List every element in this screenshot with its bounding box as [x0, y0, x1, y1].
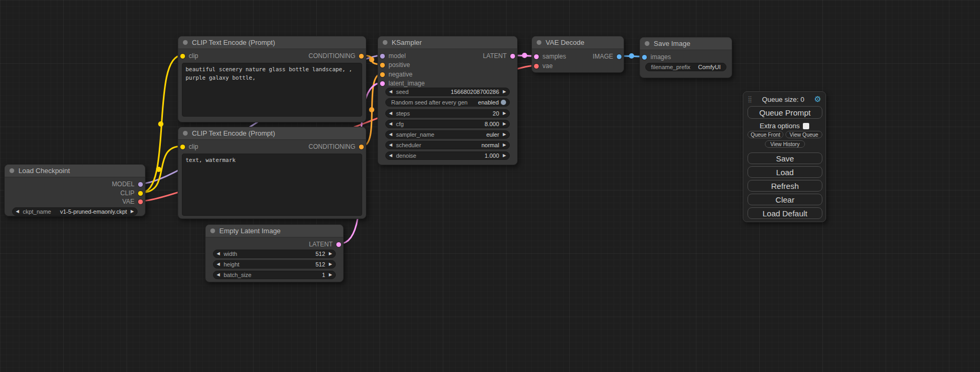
decrement-arrow-icon[interactable]: ◀ — [389, 90, 392, 94]
increment-arrow-icon[interactable]: ▶ — [503, 143, 506, 147]
load-default-button[interactable]: Load Default — [748, 207, 822, 219]
node-title: KSampler — [392, 39, 422, 46]
drag-handle-icon[interactable]: ⣿ — [748, 96, 752, 103]
settings-gear-icon[interactable]: ⚙ — [814, 96, 821, 103]
port-conditioning-output[interactable] — [359, 54, 364, 59]
port-latent-output[interactable] — [336, 242, 341, 247]
increment-arrow-icon[interactable]: ▶ — [503, 132, 506, 137]
decrement-arrow-icon[interactable]: ◀ — [389, 122, 392, 126]
node-title-bar[interactable]: Save Image — [640, 37, 732, 50]
decrement-arrow-icon[interactable]: ◀ — [217, 262, 220, 266]
widget-value: 20 — [493, 110, 499, 117]
port-model-input[interactable] — [380, 54, 385, 59]
port-clip-input[interactable] — [180, 145, 185, 149]
widget-batch-size[interactable]: ◀ batch_size 1 ▶ — [213, 271, 336, 279]
queue-prompt-button[interactable]: Queue Prompt — [748, 106, 822, 119]
decrement-arrow-icon[interactable]: ◀ — [389, 143, 392, 147]
slot-images-input: images — [642, 53, 671, 61]
port-latent-image-input[interactable] — [380, 81, 385, 86]
port-clip-input[interactable] — [180, 54, 185, 59]
increment-arrow-icon[interactable]: ▶ — [131, 209, 134, 214]
clear-button[interactable]: Clear — [748, 194, 822, 205]
prompt-textarea-positive[interactable]: beautiful scenery nature glass bottle la… — [182, 63, 362, 117]
increment-arrow-icon[interactable]: ▶ — [329, 273, 332, 277]
node-title-bar[interactable]: VAE Decode — [532, 36, 624, 49]
widget-label: ckpt_name — [23, 208, 51, 215]
increment-arrow-icon[interactable]: ▶ — [329, 262, 332, 266]
port-samples-input[interactable] — [534, 54, 539, 59]
toggle-dot-icon[interactable] — [501, 100, 506, 105]
collapse-dot-icon[interactable] — [183, 131, 188, 136]
slot-label: CONDITIONING — [308, 143, 355, 150]
decrement-arrow-icon[interactable]: ◀ — [217, 252, 220, 256]
widget-cfg[interactable]: ◀ cfg 8.000 ▶ — [385, 120, 510, 128]
port-images-input[interactable] — [642, 55, 647, 60]
queue-front-button[interactable]: Queue Front — [748, 131, 783, 138]
increment-arrow-icon[interactable]: ▶ — [503, 154, 506, 158]
wire-clip-negative[interactable] — [141, 146, 182, 193]
load-button[interactable]: Load — [748, 166, 822, 178]
increment-arrow-icon[interactable]: ▶ — [503, 122, 506, 126]
node-empty-latent-image[interactable]: Empty Latent Image LATENT ◀ width 512 ▶ … — [205, 224, 344, 282]
widget-value: 512 — [315, 261, 325, 268]
node-title-bar[interactable]: KSampler — [378, 36, 517, 49]
extra-options-checkbox[interactable] — [803, 123, 809, 129]
collapse-dot-icon[interactable] — [210, 228, 215, 233]
slot-label: samples — [542, 53, 566, 60]
node-clip-text-encode-negative[interactable]: CLIP Text Encode (Prompt) clip CONDITION… — [178, 127, 366, 219]
node-clip-text-encode-positive[interactable]: CLIP Text Encode (Prompt) clip CONDITION… — [178, 36, 366, 122]
extra-options-row: Extra options — [743, 122, 826, 130]
widget-sampler-name[interactable]: ◀ sampler_name euler ▶ — [385, 130, 510, 139]
widget-filename-prefix[interactable]: filename_prefix ComfyUI — [645, 63, 726, 71]
increment-arrow-icon[interactable]: ▶ — [503, 111, 506, 116]
save-button[interactable]: Save — [748, 152, 822, 164]
view-queue-button[interactable]: View Queue — [785, 131, 822, 138]
node-ksampler[interactable]: KSampler model positive negative latent_… — [377, 36, 518, 165]
collapse-dot-icon[interactable] — [9, 168, 14, 173]
widget-denoise[interactable]: ◀ denoise 1.000 ▶ — [385, 151, 510, 160]
node-title-bar[interactable]: Empty Latent Image — [206, 225, 343, 237]
widget-width[interactable]: ◀ width 512 ▶ — [213, 250, 336, 258]
node-title-bar[interactable]: CLIP Text Encode (Prompt) — [178, 36, 366, 49]
slot-label: vae — [542, 62, 552, 70]
decrement-arrow-icon[interactable]: ◀ — [16, 209, 19, 214]
prompt-textarea-negative[interactable]: text, watermark — [182, 154, 362, 216]
port-model-output[interactable] — [138, 182, 143, 187]
decrement-arrow-icon[interactable]: ◀ — [217, 273, 220, 277]
widget-label: seed — [396, 89, 409, 95]
port-image-output[interactable] — [617, 54, 622, 59]
increment-arrow-icon[interactable]: ▶ — [329, 252, 332, 256]
widget-scheduler[interactable]: ◀ scheduler normal ▶ — [385, 141, 510, 149]
widget-random-seed-toggle[interactable]: Random seed after every gen enabled — [385, 98, 510, 107]
port-vae-output[interactable] — [138, 199, 143, 204]
collapse-dot-icon[interactable] — [183, 40, 188, 45]
view-history-button[interactable]: View History — [765, 140, 805, 148]
port-clip-output[interactable] — [138, 191, 143, 196]
node-title-bar[interactable]: CLIP Text Encode (Prompt) — [178, 127, 366, 140]
node-vae-decode[interactable]: VAE Decode samples vae IMAGE — [531, 36, 624, 73]
node-load-checkpoint[interactable]: Load Checkpoint MODEL CLIP VAE ◀ ckpt_na… — [4, 164, 145, 216]
collapse-dot-icon[interactable] — [537, 40, 541, 45]
port-latent-output[interactable] — [510, 54, 515, 59]
widget-steps[interactable]: ◀ steps 20 ▶ — [385, 109, 510, 118]
port-negative-input[interactable] — [380, 72, 385, 77]
increment-arrow-icon[interactable]: ▶ — [503, 90, 506, 94]
collapse-dot-icon[interactable] — [645, 41, 649, 46]
slot-positive-input: positive — [380, 61, 410, 69]
decrement-arrow-icon[interactable]: ◀ — [389, 154, 392, 158]
slot-image-output: IMAGE — [593, 52, 622, 61]
widget-height[interactable]: ◀ height 512 ▶ — [213, 260, 336, 269]
refresh-button[interactable]: Refresh — [748, 180, 822, 192]
node-save-image[interactable]: Save Image images filename_prefix ComfyU… — [639, 37, 732, 78]
widget-value: normal — [481, 142, 499, 148]
port-vae-input[interactable] — [534, 64, 539, 69]
port-conditioning-output[interactable] — [359, 145, 364, 149]
decrement-arrow-icon[interactable]: ◀ — [389, 132, 392, 137]
widget-ckpt-name[interactable]: ◀ ckpt_name v1-5-pruned-emaonly.ckpt ▶ — [12, 207, 138, 216]
widget-seed[interactable]: ◀ seed 156680208700286 ▶ — [385, 88, 510, 96]
node-title-bar[interactable]: Load Checkpoint — [5, 165, 145, 177]
node-graph-canvas[interactable]: Load Checkpoint MODEL CLIP VAE ◀ ckpt_na… — [0, 0, 980, 372]
decrement-arrow-icon[interactable]: ◀ — [389, 111, 392, 116]
collapse-dot-icon[interactable] — [383, 40, 387, 45]
port-positive-input[interactable] — [380, 63, 385, 68]
